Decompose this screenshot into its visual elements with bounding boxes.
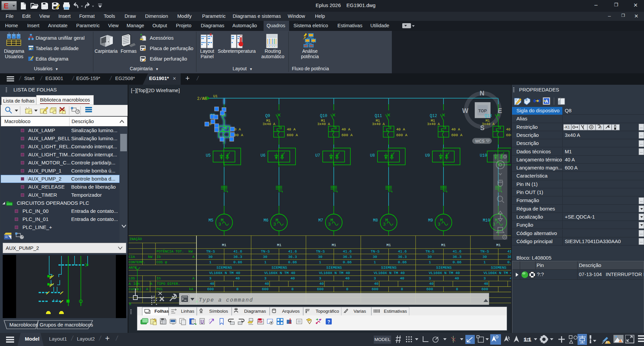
svg-text:U9: U9 bbox=[425, 153, 430, 158]
svg-text:40: 40 bbox=[210, 282, 214, 286]
svg-text:W: W bbox=[462, 107, 468, 114]
svg-text:VL160X N TM 40: VL160X N TM 40 bbox=[319, 271, 350, 275]
svg-text:0.86: 0.86 bbox=[343, 260, 352, 264]
svg-text:TN-S: TN-S bbox=[261, 249, 270, 254]
svg-text:CONTEMP.: CONTEMP. bbox=[129, 260, 145, 264]
svg-text:36.3: 36.3 bbox=[398, 255, 407, 259]
svg-text:TN-S: TN-S bbox=[480, 249, 489, 254]
svg-text:VL160X N TM 40: VL160X N TM 40 bbox=[264, 271, 295, 275]
svg-text:M10: M10 bbox=[483, 218, 490, 223]
svg-text:A: A bbox=[29, 47, 32, 51]
svg-text:40: 40 bbox=[345, 276, 350, 280]
svg-text:40 A: 40 A bbox=[341, 127, 351, 131]
svg-text:TIPO DIFER.: TIPO DIFER. bbox=[157, 282, 180, 286]
svg-text:kA: kA bbox=[189, 287, 193, 291]
svg-text:36.3: 36.3 bbox=[507, 255, 511, 259]
svg-text:TN-S: TN-S bbox=[425, 249, 434, 254]
svg-text:40: 40 bbox=[374, 282, 378, 286]
svg-text:41.6: 41.6 bbox=[288, 249, 297, 254]
svg-text:SIEMENS: SIEMENS bbox=[491, 266, 507, 270]
svg-text:1:1: 1:1 bbox=[524, 337, 531, 342]
svg-text:41.6: 41.6 bbox=[343, 249, 352, 254]
svg-text:600 A: 600 A bbox=[396, 133, 407, 137]
svg-text:600 A: 600 A bbox=[506, 133, 511, 137]
svg-text:WCS: WCS bbox=[475, 139, 485, 144]
svg-text:[−][Top][2D Wireframe]: [−][Top][2D Wireframe] bbox=[131, 88, 180, 93]
svg-text:VL160X N TM 40: VL160X N TM 40 bbox=[209, 271, 240, 275]
svg-text:41.6: 41.6 bbox=[453, 249, 461, 254]
svg-text:8: 8 bbox=[456, 287, 458, 291]
svg-text:3x40 A: 3x40 A bbox=[263, 122, 276, 126]
svg-text:VL160X N TM 40: VL160X N TM 40 bbox=[374, 271, 405, 275]
svg-text:2/A8: 2/A8 bbox=[197, 97, 207, 101]
svg-text:3x40 A: 3x40 A bbox=[427, 122, 440, 126]
svg-text:VL160X N TM 40: VL160X N TM 40 bbox=[484, 271, 511, 275]
svg-text:M1: M1 bbox=[277, 243, 282, 247]
svg-text:U5: U5 bbox=[206, 153, 211, 158]
svg-text:M1: M1 bbox=[496, 243, 501, 247]
svg-text:In: In bbox=[156, 276, 161, 280]
svg-text:8: 8 bbox=[291, 287, 294, 291]
svg-text:40: 40 bbox=[265, 282, 269, 286]
svg-text:TN-S: TN-S bbox=[371, 249, 380, 254]
svg-text:!: ! bbox=[606, 341, 607, 344]
svg-text:8: 8 bbox=[346, 287, 349, 291]
svg-text:36.3: 36.3 bbox=[453, 255, 461, 259]
svg-text:A: A bbox=[192, 276, 195, 280]
svg-text:600 A: 600 A bbox=[287, 133, 298, 137]
svg-text:1: 1 bbox=[319, 260, 321, 264]
svg-text:3: 3 bbox=[374, 276, 376, 280]
svg-text:600: 600 bbox=[262, 287, 269, 291]
svg-text:40 A: 40 A bbox=[396, 127, 405, 131]
svg-text:40: 40 bbox=[455, 276, 459, 280]
svg-text:A: A bbox=[146, 287, 148, 291]
svg-text:LOS: LOS bbox=[129, 276, 135, 280]
svg-text:0.86: 0.86 bbox=[453, 260, 461, 264]
svg-text:A: A bbox=[150, 282, 152, 286]
svg-text:Q13: Q13 bbox=[485, 114, 492, 118]
svg-text:VL160X N TM 40: VL160X N TM 40 bbox=[429, 271, 460, 275]
svg-text:M1: M1 bbox=[222, 243, 227, 247]
svg-text:Ib: Ib bbox=[156, 255, 161, 259]
svg-text:PDF: PDF bbox=[258, 321, 263, 323]
svg-text:8: 8 bbox=[236, 287, 239, 291]
svg-text:M1: M1 bbox=[386, 243, 391, 247]
svg-text:U8: U8 bbox=[370, 153, 375, 158]
svg-text:3x40 A: 3x40 A bbox=[317, 122, 330, 126]
svg-text:0.86: 0.86 bbox=[288, 260, 297, 264]
svg-text:41.6: 41.6 bbox=[233, 249, 242, 254]
svg-text:CIA: CIA bbox=[129, 255, 135, 259]
svg-text:40: 40 bbox=[319, 282, 324, 286]
svg-text:3: 3 bbox=[484, 276, 486, 280]
svg-text:Idn: Idn bbox=[133, 282, 140, 286]
svg-text:40 A: 40 A bbox=[287, 127, 296, 131]
svg-text:1: 1 bbox=[484, 260, 486, 264]
svg-text:A: A bbox=[545, 99, 548, 104]
svg-text:TN-S: TN-S bbox=[316, 249, 325, 254]
svg-text:600: 600 bbox=[372, 287, 378, 291]
svg-text:ANTE: ANTE bbox=[129, 266, 137, 270]
svg-text:curva): curva) bbox=[129, 287, 141, 291]
svg-text:0.86: 0.86 bbox=[398, 260, 407, 264]
svg-text:1: 1 bbox=[209, 260, 212, 264]
svg-text:40: 40 bbox=[429, 282, 433, 286]
svg-text:E: E bbox=[129, 302, 131, 306]
svg-text:41.6: 41.6 bbox=[507, 249, 511, 254]
svg-text:8: 8 bbox=[401, 287, 403, 291]
svg-text:TN-S: TN-S bbox=[206, 249, 215, 254]
svg-text:40 A: 40 A bbox=[506, 127, 511, 131]
svg-text:600: 600 bbox=[317, 287, 324, 291]
svg-text:3x40 A: 3x40 A bbox=[372, 122, 385, 126]
svg-text:600 A: 600 A bbox=[451, 133, 462, 137]
svg-text:3: 3 bbox=[429, 276, 431, 280]
svg-text:600 A: 600 A bbox=[341, 133, 353, 137]
svg-text:A: A bbox=[192, 255, 195, 259]
svg-text:M8: M8 bbox=[373, 218, 378, 223]
svg-text:1: 1 bbox=[429, 260, 431, 264]
svg-text:Type a command: Type a command bbox=[199, 297, 253, 303]
svg-text:SIEMENS: SIEMENS bbox=[381, 266, 397, 270]
svg-text:41.6: 41.6 bbox=[398, 249, 407, 254]
svg-text:1: 1 bbox=[374, 260, 376, 264]
svg-text:30: 30 bbox=[427, 255, 432, 259]
svg-text:600: 600 bbox=[207, 287, 214, 291]
